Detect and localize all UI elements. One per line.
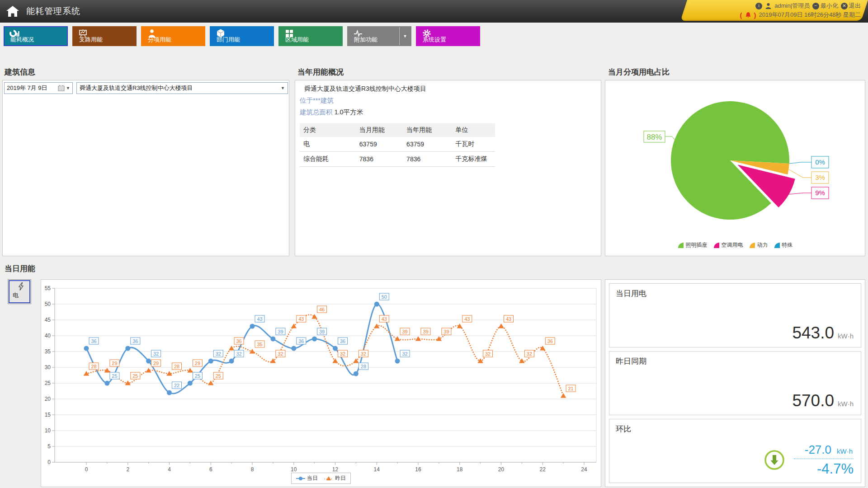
table-cell: 千瓦时: [452, 137, 495, 152]
data-label: 22: [174, 383, 179, 388]
data-point: [84, 346, 89, 351]
toolbar-item-label: 区域用能: [285, 36, 309, 44]
data-point: [229, 359, 234, 364]
table-header: 当年用能: [403, 123, 452, 137]
data-label: 28: [174, 364, 179, 369]
table-header: 当月用能: [356, 123, 403, 137]
x-axis-tick-label: 8: [251, 466, 254, 473]
project-select[interactable]: 舜通大厦及轨道交通R3线控制中心大楼项目 ▼: [76, 82, 288, 94]
pie-slice-0[interactable]: [671, 101, 789, 220]
line-legend-item[interactable]: 当日: [296, 474, 318, 482]
toolbar-item-energy-overview[interactable]: 能耗概况: [4, 26, 68, 46]
yesterday-usage-unit: kW·h: [838, 400, 854, 408]
y-axis-tick-label: 45: [45, 317, 51, 323]
home-icon: [5, 4, 20, 19]
today-usage-label: 当日用电: [616, 288, 646, 299]
data-point: [498, 324, 504, 328]
data-point: [291, 346, 296, 351]
daily-line-chart-panel: 0510152025303540455055024681012141618202…: [41, 279, 601, 487]
chevron-down-icon[interactable]: ▼: [399, 27, 410, 45]
location-link[interactable]: 位于***建筑: [300, 96, 601, 105]
pie-legend-item[interactable]: 照明插座: [678, 241, 708, 249]
y-axis-tick-label: 55: [45, 285, 51, 291]
data-label: 36: [236, 338, 241, 344]
data-label: 32: [153, 351, 159, 357]
alarm-bell-icon[interactable]: [745, 12, 751, 19]
user-row: i admin|管理员 − 最小化 ✕ 退出: [755, 2, 861, 10]
toolbar-item-department-energy[interactable]: 部门用能: [210, 26, 274, 46]
lightning-icon: [18, 282, 24, 291]
data-label: 29: [112, 361, 117, 366]
ratio-delta-value: -27.0: [805, 443, 831, 457]
energy-type-electric-button[interactable]: 电: [8, 279, 31, 304]
pie-label: 3%: [815, 174, 825, 181]
table-header: 分类: [300, 123, 356, 137]
alarm-right-paren: ): [754, 11, 756, 19]
pie-legend-label: 动力: [757, 241, 768, 249]
line-legend-label: 当日: [307, 474, 318, 482]
ratio-percent-value: -4.7%: [817, 461, 854, 477]
data-label: 39: [402, 329, 407, 334]
data-point: [519, 358, 525, 363]
data-label: 28: [361, 364, 366, 369]
data-point: [312, 337, 317, 342]
data-label: 39: [319, 329, 325, 334]
data-point: [561, 393, 566, 398]
data-label: 36: [340, 338, 345, 344]
minimize-label: 最小化: [821, 2, 838, 10]
pie-legend-label: 照明插座: [686, 241, 708, 249]
pie-label: 9%: [815, 189, 825, 197]
data-point: [250, 324, 255, 329]
y-axis-tick-label: 30: [45, 364, 51, 371]
yesterday-usage-value: 570.0: [792, 391, 834, 410]
line-legend-item[interactable]: 昨日: [324, 474, 346, 482]
today-usage-value: 543.0: [792, 324, 834, 343]
x-axis-tick-label: 4: [168, 466, 171, 473]
data-label: 25: [216, 373, 221, 379]
date-picker[interactable]: 2019年 7月 9日 ▼: [4, 82, 73, 94]
toolbar-item-area-energy[interactable]: 区域用能: [278, 26, 343, 46]
pie-legend-item[interactable]: 动力: [749, 241, 768, 249]
x-axis-tick-label: 14: [374, 466, 380, 473]
daily-section-title: 当日用能: [5, 263, 35, 274]
project-name: 舜通大厦及轨道交通R3线控制中心大楼项目: [304, 85, 601, 93]
x-axis-tick-label: 2: [126, 466, 129, 473]
pie-legend-item[interactable]: 特殊: [774, 241, 793, 249]
y-axis-tick-label: 35: [45, 348, 51, 355]
data-point: [540, 346, 546, 351]
building-info-panel: 2019年 7月 9日 ▼ 舜通大厦及轨道交通R3线控制中心大楼项目 ▼: [2, 80, 289, 256]
data-label: 39: [278, 329, 283, 334]
y-axis-tick-label: 20: [45, 396, 51, 402]
pie-legend-item[interactable]: 空调用电: [713, 241, 743, 249]
data-point: [104, 381, 109, 386]
close-icon: ✕: [841, 3, 848, 9]
toolbar-item-system-settings[interactable]: 系统设置: [416, 26, 480, 46]
table-cell: 63759: [403, 137, 452, 152]
logout-button[interactable]: ✕ 退出: [841, 2, 861, 10]
yesterday-usage-label: 昨日同期: [616, 356, 646, 366]
data-label: 50: [382, 294, 387, 300]
area-label[interactable]: 建筑总面积: [300, 108, 333, 116]
user-label: admin|管理员: [774, 2, 810, 10]
datetime-label: 2019年07月09日 16时26分48秒 星期二: [759, 11, 861, 19]
pie-label: 88%: [646, 133, 662, 141]
toolbar-item-branch-energy[interactable]: 支路用能: [72, 26, 137, 46]
home-button[interactable]: [5, 4, 20, 19]
select-caret-icon: ▼: [281, 86, 285, 90]
toolbar-item-subitem-energy[interactable]: 分项用能: [141, 26, 205, 46]
data-label: 32: [278, 351, 283, 357]
toolbar-item-extra-functions[interactable]: 附加功能▼: [347, 26, 411, 46]
y-axis-tick-label: 40: [45, 333, 51, 339]
data-label: 32: [216, 351, 221, 357]
data-label: 25: [132, 373, 138, 379]
minimize-button[interactable]: − 最小化: [812, 2, 838, 10]
data-label: 43: [382, 316, 387, 322]
pie-legend-marker-icon: [678, 242, 684, 249]
today-usage-unit: kW·h: [838, 332, 854, 340]
x-axis-tick-label: 10: [291, 466, 297, 473]
y-axis-tick-label: 10: [45, 427, 51, 434]
data-point: [354, 371, 359, 376]
logout-label: 退出: [849, 2, 861, 10]
data-label: 43: [257, 316, 262, 322]
info-icon[interactable]: i: [755, 3, 762, 9]
